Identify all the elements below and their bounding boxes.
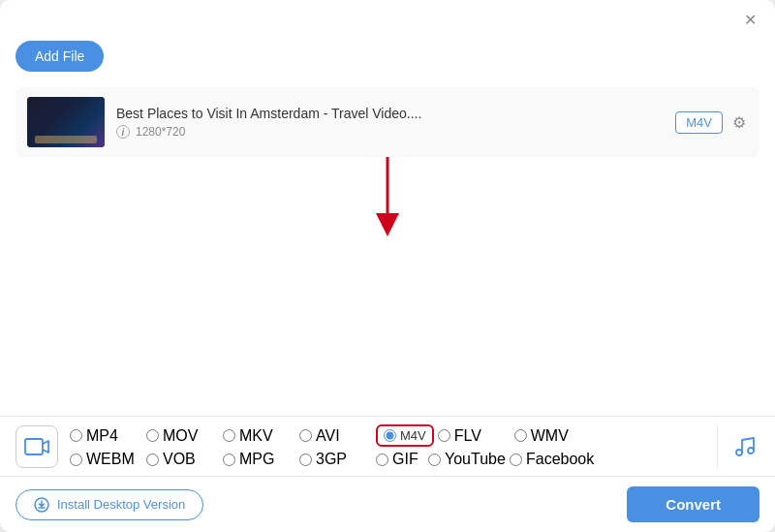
format-m4v-selected[interactable]: M4V [376,424,434,447]
svg-marker-1 [376,213,399,236]
convert-button[interactable]: Convert [627,486,760,522]
format-badge[interactable]: M4V [675,111,723,134]
format-wmv[interactable]: WMV [514,427,587,445]
format-mp4[interactable]: MP4 [70,427,142,445]
info-icon: i [116,125,130,139]
format-options: MP4 MOV MKV AVI M4V FLV [70,424,709,468]
format-flv[interactable]: FLV [438,427,511,445]
close-button[interactable]: ✕ [740,10,760,29]
format-mpg[interactable]: MPG [223,451,295,468]
file-resolution: 1280*720 [136,125,185,139]
bottom-panel: MP4 MOV MKV AVI M4V FLV [0,416,775,532]
title-bar: ✕ [0,0,775,33]
format-selector: MP4 MOV MKV AVI M4V FLV [0,417,775,477]
file-actions: M4V ⚙ [675,111,748,134]
content-area: Best Places to Visit In Amsterdam - Trav… [0,79,775,416]
file-info: Best Places to Visit In Amsterdam - Trav… [116,106,664,139]
format-webm[interactable]: WEBM [70,451,142,468]
format-youtube[interactable]: YouTube [428,451,506,468]
file-meta: i 1280*720 [116,125,664,139]
toolbar: Add File [0,33,775,79]
file-title: Best Places to Visit In Amsterdam - Trav… [116,106,664,121]
file-thumbnail [27,97,105,147]
format-facebook[interactable]: Facebook [510,451,594,468]
svg-point-3 [736,450,742,455]
format-row-1: MP4 MOV MKV AVI M4V FLV [70,424,709,447]
svg-rect-2 [25,439,43,454]
format-mov[interactable]: MOV [146,427,219,445]
format-row-2: WEBM VOB MPG 3GP GIF YouT [70,451,709,468]
format-3gp[interactable]: 3GP [299,451,372,468]
format-vob[interactable]: VOB [146,451,219,468]
format-gif[interactable]: GIF [376,451,424,468]
format-avi[interactable]: AVI [299,427,372,445]
video-format-icon[interactable] [16,425,58,468]
format-mkv[interactable]: MKV [223,427,295,445]
file-item: Best Places to Visit In Amsterdam - Trav… [16,87,760,157]
install-desktop-button[interactable]: Install Desktop Version [16,489,203,520]
download-icon [34,497,49,513]
arrow-area [16,157,760,244]
add-file-button[interactable]: Add File [16,41,104,72]
audio-format-icon[interactable] [717,425,760,468]
settings-button[interactable]: ⚙ [730,111,748,134]
footer: Install Desktop Version Convert [0,477,775,532]
main-window: ✕ Add File Best Places to Visit In Amste… [0,0,775,532]
down-arrow-icon [368,157,407,244]
